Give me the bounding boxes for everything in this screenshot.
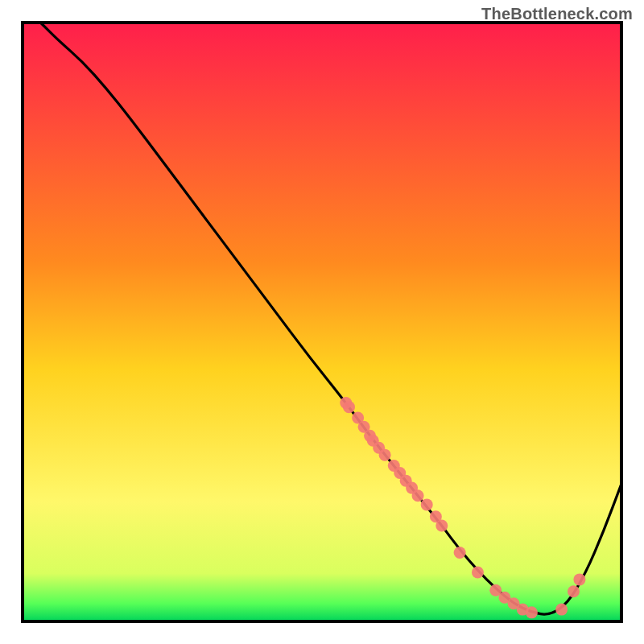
highlight-point — [568, 585, 580, 597]
highlight-point — [555, 604, 568, 616]
plot-area — [23, 23, 621, 621]
highlight-point — [526, 606, 538, 618]
highlight-point — [412, 489, 424, 502]
chart-container: TheBottleneck.com — [0, 0, 644, 644]
highlight-point — [472, 566, 484, 578]
highlight-point — [421, 498, 433, 510]
highlight-point — [454, 547, 466, 559]
highlight-point — [573, 573, 585, 585]
highlight-point — [436, 519, 448, 531]
attribution-label: TheBottleneck.com — [481, 5, 633, 23]
chart-svg — [0, 0, 644, 644]
highlight-point — [379, 449, 391, 461]
highlight-point — [343, 401, 355, 413]
